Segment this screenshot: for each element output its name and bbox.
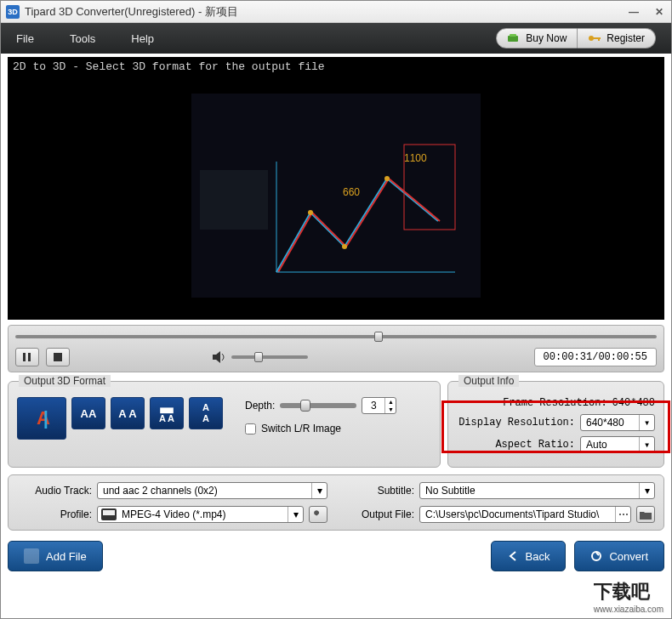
buy-now-button[interactable]: Buy Now <box>496 28 578 48</box>
format-anaglyph-button[interactable]: A| <box>17 397 66 440</box>
wrench-icon <box>313 509 323 520</box>
svg-marker-18 <box>213 351 220 363</box>
svg-point-14 <box>384 176 390 181</box>
settings-group: Audio Track: ▾ Subtitle: ▾ Profile: ▾ Ou… <box>8 474 664 531</box>
svg-rect-15 <box>23 353 26 361</box>
profile-combo[interactable]: ▾ <box>97 506 304 523</box>
mpeg-icon <box>101 508 117 520</box>
subtitle-label: Subtitle: <box>345 485 414 497</box>
chevron-down-icon[interactable]: ▾ <box>288 507 303 522</box>
svg-point-13 <box>342 244 347 249</box>
menu-tools[interactable]: Tools <box>70 32 95 45</box>
svg-rect-16 <box>28 353 31 361</box>
minimize-button[interactable]: — <box>627 5 641 19</box>
svg-rect-1 <box>510 34 516 37</box>
convert-icon <box>590 550 602 562</box>
preview-hint: 2D to 3D - Select 3D format for the outp… <box>8 57 664 77</box>
svg-rect-20 <box>103 510 115 515</box>
cart-icon <box>507 33 521 43</box>
subtitle-combo[interactable]: ▾ <box>419 482 655 499</box>
format-sbs-half-button[interactable]: AA <box>71 397 105 429</box>
svg-rect-0 <box>508 36 518 42</box>
audio-combo[interactable]: ▾ <box>97 482 327 499</box>
add-file-icon <box>24 548 39 564</box>
back-arrow-icon <box>507 550 519 562</box>
preview-image: 660 1100 <box>191 94 481 298</box>
stop-button[interactable] <box>46 348 70 366</box>
close-button[interactable]: ✕ <box>652 5 666 19</box>
format-tab-half-button[interactable]: ▄▄A A <box>150 397 184 429</box>
chevron-down-icon[interactable]: ▾ <box>639 415 654 430</box>
format-tab-full-button[interactable]: AA <box>189 397 223 429</box>
profile-settings-button[interactable] <box>309 506 327 523</box>
open-folder-button[interactable] <box>636 506 655 523</box>
chevron-down-icon[interactable]: ▾ <box>311 483 327 498</box>
depth-up[interactable]: ▲ <box>385 398 396 406</box>
watermark: 下载吧 www.xiazaiba.com <box>594 579 663 614</box>
preview-area: 2D to 3D - Select 3D format for the outp… <box>8 57 664 320</box>
volume-slider[interactable] <box>231 355 308 359</box>
svg-rect-4 <box>598 37 600 41</box>
depth-value[interactable] <box>362 400 384 412</box>
aspect-combo[interactable]: ▾ <box>580 436 655 453</box>
bottom-bar: Add File Back Convert <box>8 541 664 571</box>
back-button[interactable]: Back <box>491 541 567 571</box>
key-icon <box>588 33 601 43</box>
titlebar: 3D Tipard 3D Converter(Unregistered) - 新… <box>1 1 671 23</box>
convert-button[interactable]: Convert <box>574 541 664 571</box>
folder-icon <box>640 510 652 520</box>
chevron-down-icon[interactable]: ▾ <box>639 437 654 452</box>
audio-label: Audio Track: <box>17 485 92 497</box>
playback-controls: 00:00:31/00:00:55 <box>8 325 664 372</box>
frame-res-value: 640*480 <box>612 397 655 409</box>
aspect-label: Aspect Ratio: <box>457 439 575 451</box>
depth-down[interactable]: ▼ <box>385 406 396 413</box>
time-display: 00:00:31/00:00:55 <box>534 348 657 366</box>
output-info-group: Output Info Frame Resolution: 640*480 Di… <box>447 381 664 468</box>
menubar: File Tools Help Buy Now Register <box>1 23 671 54</box>
switch-lr-checkbox[interactable]: Switch L/R Image <box>245 423 396 434</box>
menu-help[interactable]: Help <box>131 32 154 45</box>
chevron-down-icon[interactable]: ▾ <box>639 483 654 498</box>
aspect-value[interactable] <box>581 439 639 451</box>
app-icon: 3D <box>6 5 20 19</box>
seek-slider[interactable] <box>15 335 657 338</box>
display-res-value[interactable] <box>581 417 639 429</box>
volume-icon <box>213 351 226 363</box>
svg-point-12 <box>308 210 313 215</box>
svg-rect-6 <box>200 170 268 230</box>
info-legend: Output Info <box>458 375 519 387</box>
output-combo[interactable]: ⋯ <box>419 506 631 523</box>
output-label: Output File: <box>345 508 414 520</box>
depth-spinner[interactable]: ▲▼ <box>362 397 396 414</box>
svg-text:1100: 1100 <box>404 152 427 164</box>
output-format-group: Output 3D Format A| AA A A ▄▄A A AA Dept… <box>8 381 441 468</box>
display-res-combo[interactable]: ▾ <box>580 414 655 431</box>
profile-label: Profile: <box>17 508 92 520</box>
svg-rect-17 <box>54 353 62 361</box>
register-button[interactable]: Register <box>578 28 656 48</box>
add-file-button[interactable]: Add File <box>8 541 103 571</box>
window-title: Tipard 3D Converter(Unregistered) - 新项目 <box>25 4 627 20</box>
display-res-label: Display Resolution: <box>457 417 575 429</box>
pause-button[interactable] <box>15 348 39 366</box>
ellipsis-icon[interactable]: ⋯ <box>615 507 630 522</box>
menu-file[interactable]: File <box>16 32 34 45</box>
format-sbs-full-button[interactable]: A A <box>111 397 145 429</box>
svg-text:660: 660 <box>343 186 360 198</box>
depth-slider[interactable] <box>280 403 356 408</box>
frame-res-label: Frame Resolution: <box>457 397 607 409</box>
format-legend: Output 3D Format <box>19 375 111 387</box>
depth-label: Depth: <box>245 400 275 412</box>
